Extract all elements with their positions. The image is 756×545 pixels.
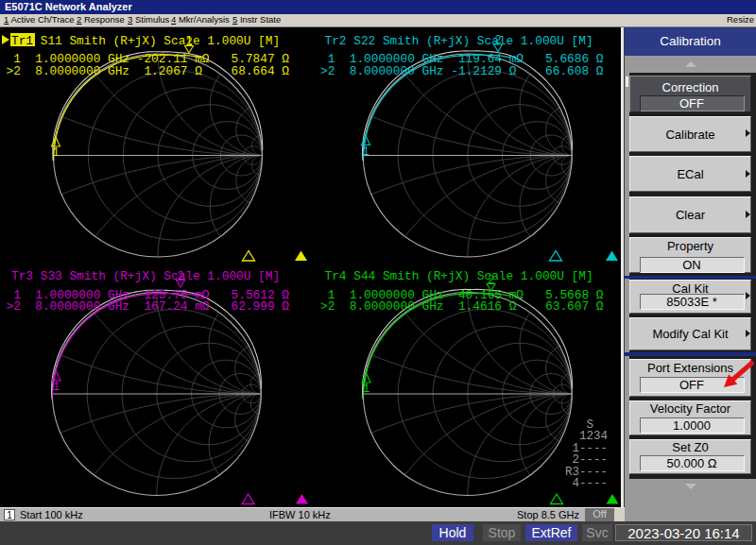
- svg-text:1: 1: [362, 145, 369, 159]
- svg-text:1: 1: [53, 381, 60, 394]
- svg-text:1: 1: [363, 383, 369, 396]
- svg-text:1: 1: [52, 146, 59, 160]
